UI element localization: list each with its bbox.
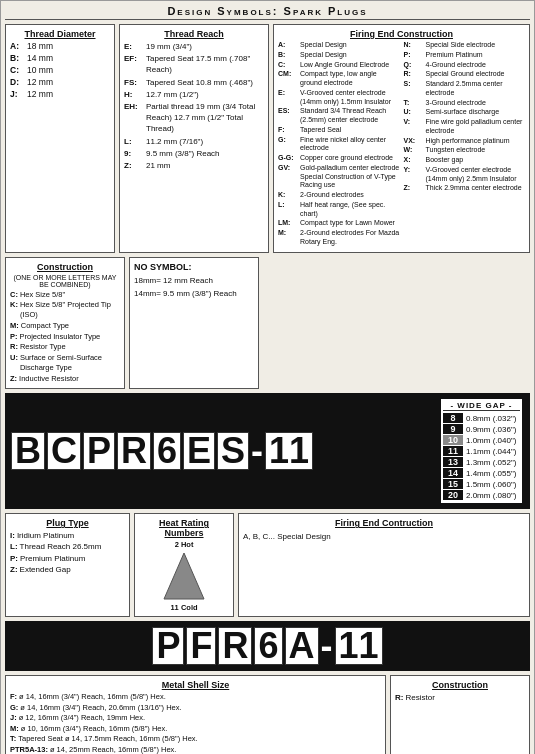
tr-EH: EH: Partial thread 19 mm (3/4 Total Reac… — [124, 101, 264, 135]
wg-10: 10 1.0mm (.040") — [443, 435, 520, 445]
wg-val-15: 1.5mm (.060") — [466, 480, 516, 489]
big-band-1: B C P R 6 E S - 11 - WIDE GAP - 8 0.8mm … — [5, 393, 530, 509]
fe-left-col: A:Special Design B:Special Design C:Low … — [278, 41, 400, 248]
pt-I: I: Iridium Platinum — [10, 530, 125, 541]
no-symbol-title: NO SYMBOL: — [134, 262, 254, 272]
no-sym-18: 18mm= 12 mm Reach — [134, 275, 254, 286]
heat-rating-box: Heat Rating Numbers 2 Hot 11 Cold — [134, 513, 234, 617]
construction-bottom-title: Construction — [395, 680, 525, 690]
tr-EH-label: EH: — [124, 101, 144, 135]
tr-9-label: 9: — [124, 148, 144, 159]
wg-num-11: 11 — [443, 446, 463, 456]
construction-subtitle: (ONE OR MORE LETTERS MAY BE COMBINED) — [10, 274, 120, 288]
no-symbol-box: NO SYMBOL: 18mm= 12 mm Reach 14mm= 9.5 m… — [129, 257, 259, 390]
tr-FS-val: Tapered Seat 10.8 mm (.468") — [146, 77, 264, 88]
fe-G: G:Fine wire nickel alloy center electrod… — [278, 136, 400, 154]
fe-GG: G-G:Copper core ground electrode — [278, 154, 400, 163]
construction-box: Construction (ONE OR MORE LETTERS MAY BE… — [5, 257, 125, 390]
thread-reach-box: Thread Reach E: 19 mm (3/4") EF: Tapered… — [119, 24, 269, 253]
td-A-value: 18 mm — [27, 41, 53, 53]
wg-20: 20 2.0mm (.080") — [443, 490, 520, 500]
lower-section: Plug Type I: Iridium Platinum L: Thread … — [5, 513, 530, 617]
tr-L-label: L: — [124, 136, 144, 147]
td-B-label: B: — [10, 53, 24, 65]
cb-R: R: Resistor — [395, 692, 525, 703]
letter2-6: 6 — [254, 627, 282, 665]
bottom-section: Metal Shell Size F: ø 14, 16mm (3/4") Re… — [5, 675, 530, 754]
construction-title: Construction — [10, 262, 120, 272]
wg-9: 9 0.9mm (.036") — [443, 424, 520, 434]
fe-C: C:Low Angle Ground Electrode — [278, 61, 400, 70]
letter-11: 11 — [265, 432, 313, 470]
td-A-label: A: — [10, 41, 24, 53]
metal-shell-box: Metal Shell Size F: ø 14, 16mm (3/4") Re… — [5, 675, 386, 754]
tr-Z-label: Z: — [124, 160, 144, 171]
tr-FS-label: FS: — [124, 77, 144, 88]
firing-contruction-value: A, B, C... Special Design — [243, 532, 525, 541]
td-J: J: 12 mm — [10, 89, 110, 101]
wg-num-10: 10 — [443, 435, 463, 445]
constr-P: P: Projected Insulator Type — [10, 332, 120, 342]
constr-M: M: Compact Type — [10, 321, 120, 331]
fe-Y: Y:V-Grooved center electrode (14mm only)… — [404, 166, 526, 184]
fe-U: U:Semi-surface discharge — [404, 108, 526, 117]
td-C-value: 10 mm — [27, 65, 53, 77]
svg-marker-0 — [164, 553, 204, 599]
letter2-A: A — [285, 627, 319, 665]
letter2-11: 11 — [335, 627, 383, 665]
td-J-label: J: — [10, 89, 24, 101]
tr-L-val: 11.2 mm (7/16") — [146, 136, 264, 147]
tr-H-val: 12.7 mm (1/2") — [146, 89, 264, 100]
tr-E: E: 19 mm (3/4") — [124, 41, 264, 52]
fe-K: K:2-Ground electrodes — [278, 191, 400, 200]
constr-C: C: Hex Size 5/8" — [10, 290, 120, 300]
tr-Z: Z: 21 mm — [124, 160, 264, 171]
wg-14: 14 1.4mm (.055") — [443, 468, 520, 478]
td-D: D: 12 mm — [10, 77, 110, 89]
tr-EF: EF: Tapered Seat 17.5 mm (.708" Reach) — [124, 53, 264, 75]
plug-type-box: Plug Type I: Iridium Platinum L: Thread … — [5, 513, 130, 617]
wg-num-9: 9 — [443, 424, 463, 434]
fe-B: B:Special Design — [278, 51, 400, 60]
fe-VX: VX:High performance platinum — [404, 137, 526, 146]
tr-9: 9: 9.5 mm (3/8") Reach — [124, 148, 264, 159]
ms-M: M: ø 10, 16mm (3/4") Reach, 16mm (5/8") … — [10, 724, 381, 735]
firing-end-grid: A:Special Design B:Special Design C:Low … — [278, 41, 525, 248]
letter-6: 6 — [153, 432, 181, 470]
fe-GV: GV:Gold-palladium center electrode Speci… — [278, 164, 400, 190]
construction-bottom-box: Construction R: Resistor — [390, 675, 530, 754]
td-J-value: 12 mm — [27, 89, 53, 101]
tr-H: H: 12.7 mm (1/2") — [124, 89, 264, 100]
dash-1: - — [251, 430, 263, 472]
wg-val-11: 1.1mm (.044") — [466, 447, 516, 456]
letter-C: C — [47, 432, 81, 470]
fe-Z: Z:Thick 2.9mma center electrode — [404, 184, 526, 193]
tr-EF-val: Tapered Seat 17.5 mm (.708" Reach) — [146, 53, 264, 75]
thread-diameter-title: Thread Diameter — [10, 29, 110, 39]
page-title: Design Symbols: Spark Plugs — [5, 5, 530, 20]
fe-P: P:Premium Platinum — [404, 51, 526, 60]
thread-diameter-box: Thread Diameter A: 18 mm B: 14 mm C: 10 … — [5, 24, 115, 253]
td-A: A: 18 mm — [10, 41, 110, 53]
wide-gap-title: - WIDE GAP - — [443, 401, 520, 411]
tr-H-label: H: — [124, 89, 144, 100]
fe-LM: LM:Compact type for Lawn Mower — [278, 219, 400, 228]
fe-L: L:Half heat range, (See spec. chart) — [278, 201, 400, 219]
fe-R: R:Special Ground electrode — [404, 70, 526, 79]
fe-S: S:Standard 2.5mma center electrode — [404, 80, 526, 98]
letter-P: P — [83, 432, 115, 470]
td-B-value: 14 mm — [27, 53, 53, 65]
letter-B: B — [11, 432, 45, 470]
constr-U: U: Surface or Semi-Surface Discharge Typ… — [10, 353, 120, 373]
big-letters-1: B C P R 6 E S - 11 — [11, 430, 313, 472]
heat-rating-title: Heat Rating Numbers — [139, 518, 229, 538]
ms-F: F: ø 14, 16mm (3/4") Reach, 16mm (5/8") … — [10, 692, 381, 703]
letter2-P: P — [152, 627, 184, 665]
middle-spacer — [263, 257, 530, 390]
wg-num-15: 15 — [443, 479, 463, 489]
wg-13: 13 1.3mm (.052") — [443, 457, 520, 467]
wg-val-10: 1.0mm (.040") — [466, 436, 516, 445]
thread-reach-title: Thread Reach — [124, 29, 264, 39]
heat-triangle-container — [139, 551, 229, 601]
fe-CM: CM:Compact type, low angle ground electr… — [278, 70, 400, 88]
